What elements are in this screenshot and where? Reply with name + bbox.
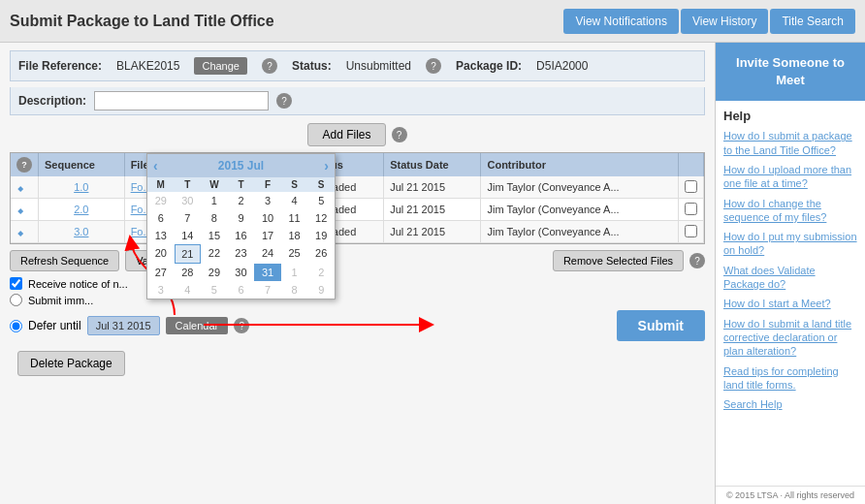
add-files-help-icon[interactable]: ?	[392, 127, 407, 142]
cal-cell[interactable]: 22	[201, 244, 228, 264]
row-move-icon[interactable]: ⬥	[11, 221, 39, 243]
cal-cell[interactable]: 8	[201, 209, 228, 227]
cal-cell[interactable]: 1	[201, 192, 228, 209]
cal-cell[interactable]: 6	[147, 209, 175, 227]
cal-cell[interactable]: 15	[201, 227, 228, 244]
calendar-prev-button[interactable]: ‹	[153, 158, 158, 173]
cal-cell[interactable]: 4	[281, 192, 308, 209]
row-checkbox[interactable]	[679, 176, 704, 199]
receive-notice-row: Receive notice of n...	[10, 277, 705, 290]
invite-someone-button[interactable]: Invite Someone to Meet	[716, 43, 865, 101]
help-link-corrective-declaration[interactable]: How do I submit a land title corrective …	[723, 317, 857, 359]
add-files-button[interactable]: Add Files	[307, 123, 385, 146]
file-ref-label: File Reference:	[18, 59, 102, 73]
help-link-upload-multiple[interactable]: How do I upload more than one file at a …	[723, 163, 857, 191]
cal-cell[interactable]: 3	[147, 281, 175, 299]
cal-cell[interactable]: 16	[228, 227, 255, 244]
table-row: ⬥ 2.0 Fo... Transfer T... Uploaded Jul 2…	[11, 199, 704, 221]
cal-cell[interactable]: 26	[307, 244, 335, 264]
col-move: ?	[11, 153, 39, 176]
receive-notice-label: Receive notice of n...	[28, 278, 128, 290]
cal-cell[interactable]: 14	[175, 227, 202, 244]
cal-cell[interactable]: 10	[254, 209, 281, 227]
row-sequence[interactable]: 2.0	[39, 199, 125, 221]
help-link-submit-package[interactable]: How do I submit a package to the Land Ti…	[723, 129, 857, 157]
status-help-icon[interactable]: ?	[426, 58, 441, 74]
cal-cell[interactable]: 12	[307, 209, 335, 227]
defer-date-button[interactable]: Jul 31 2015	[87, 316, 160, 335]
remove-selected-files-button[interactable]: Remove Selected Files	[553, 250, 684, 271]
description-help-icon[interactable]: ?	[276, 93, 292, 109]
view-history-button[interactable]: View History	[681, 9, 768, 34]
cal-cell[interactable]: 17	[254, 227, 281, 244]
help-link-start-meet[interactable]: How do I start a Meet?	[723, 297, 857, 310]
help-section: Help How do I submit a package to the La…	[716, 101, 865, 486]
submit-button[interactable]: Submit	[617, 310, 705, 341]
cal-cell[interactable]: 9	[228, 209, 255, 227]
cal-cell[interactable]: 19	[307, 227, 335, 244]
top-bar-buttons: View Notifications View History Title Se…	[563, 9, 855, 34]
calendar-button[interactable]: Calendar	[166, 317, 229, 334]
col-contributor: Contributor	[481, 153, 679, 176]
defer-help-icon[interactable]: ?	[234, 318, 249, 333]
cal-cell[interactable]: 20	[147, 244, 175, 264]
cal-cell[interactable]: 28	[175, 264, 202, 281]
row-contributor: Jim Taylor (Conveyance A...	[481, 221, 679, 243]
cal-cell[interactable]: 30	[175, 192, 202, 209]
cal-cell[interactable]: 6	[228, 281, 255, 299]
cal-cell[interactable]: 24	[254, 244, 281, 264]
cal-cell[interactable]: 3	[254, 192, 281, 209]
cal-cell[interactable]: 11	[281, 209, 308, 227]
defer-until-radio[interactable]	[10, 320, 22, 332]
submit-immediately-label: Submit imm...	[28, 295, 93, 306]
defer-row: Defer until Jul 31 2015 Calendar ?	[10, 310, 705, 341]
cal-cell[interactable]: 9	[307, 281, 335, 299]
row-sequence[interactable]: 3.0	[39, 221, 125, 243]
file-ref-help-icon[interactable]: ?	[262, 58, 277, 74]
delete-package-button[interactable]: Delete Package	[17, 351, 125, 376]
help-link-change-sequence[interactable]: How do I change the sequence of my files…	[723, 197, 857, 225]
cal-cell[interactable]: 7	[175, 209, 202, 227]
cal-cell[interactable]: 1	[281, 264, 308, 281]
right-panel: Invite Someone to Meet Help How do I sub…	[715, 43, 865, 504]
cal-cell[interactable]: 29	[201, 264, 228, 281]
cal-cell[interactable]: 5	[307, 192, 335, 209]
description-input[interactable]	[94, 91, 269, 110]
cal-cell[interactable]: 4	[175, 281, 202, 299]
cal-day-t1: T	[175, 177, 202, 192]
cal-cell[interactable]: 8	[281, 281, 308, 299]
help-link-validate-package[interactable]: What does Validate Package do?	[723, 264, 857, 292]
cal-cell-selected[interactable]: 31	[254, 264, 281, 281]
table-help-icon[interactable]: ?	[16, 157, 32, 173]
cal-cell[interactable]: 30	[228, 264, 255, 281]
help-link-read-tips[interactable]: Read tips for completing land title form…	[723, 364, 857, 393]
row-checkbox[interactable]	[679, 221, 704, 243]
cal-cell[interactable]: 5	[201, 281, 228, 299]
cal-cell-today[interactable]: 21	[175, 244, 202, 264]
help-link-put-on-hold[interactable]: How do I put my submission on hold?	[723, 230, 857, 258]
cal-cell[interactable]: 13	[147, 227, 175, 244]
refresh-sequence-button[interactable]: Refresh Sequence	[10, 250, 119, 271]
row-move-icon[interactable]: ⬥	[11, 176, 39, 199]
col-sequence: Sequence	[39, 153, 125, 176]
cal-cell[interactable]: 2	[228, 192, 255, 209]
view-notifications-button[interactable]: View Notifications	[563, 9, 679, 34]
cal-cell[interactable]: 2	[307, 264, 335, 281]
cal-cell[interactable]: 27	[147, 264, 175, 281]
title-search-button[interactable]: Title Search	[770, 9, 855, 34]
row-checkbox[interactable]	[679, 199, 704, 221]
row-move-icon[interactable]: ⬥	[11, 199, 39, 221]
row-sequence[interactable]: 1.0	[39, 176, 125, 199]
add-files-row: Add Files ?	[10, 123, 705, 146]
remove-help-icon[interactable]: ?	[689, 253, 705, 268]
receive-notice-checkbox[interactable]	[10, 277, 22, 290]
change-button[interactable]: Change	[194, 57, 247, 75]
cal-cell[interactable]: 29	[147, 192, 175, 209]
cal-cell[interactable]: 23	[228, 244, 255, 264]
cal-cell[interactable]: 18	[281, 227, 308, 244]
submit-immediately-radio[interactable]	[10, 294, 22, 306]
cal-cell[interactable]: 7	[254, 281, 281, 299]
help-link-search-help[interactable]: Search Help	[723, 397, 857, 411]
calendar-next-button[interactable]: ›	[324, 158, 329, 173]
cal-cell[interactable]: 25	[281, 244, 308, 264]
